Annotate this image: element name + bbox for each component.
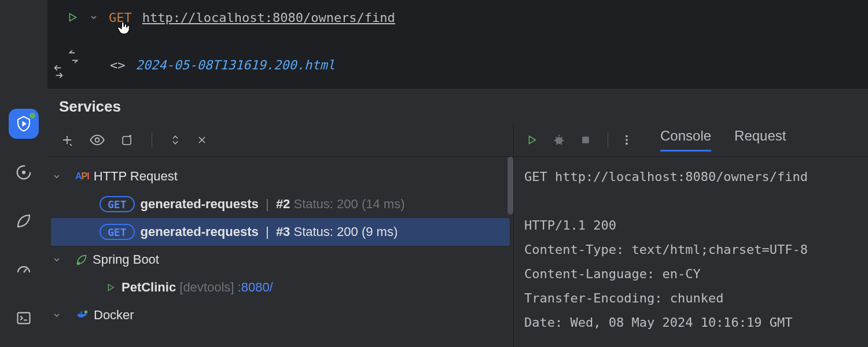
run-toolbar: Console Request [514, 123, 868, 157]
http-method: GET [109, 10, 132, 25]
tool-window-rail [0, 0, 47, 347]
http-url[interactable]: http://localhost:8080/owners/find [142, 10, 395, 25]
svg-point-5 [77, 262, 80, 265]
chevron-down-icon[interactable] [52, 311, 75, 320]
rerun-icon[interactable] [525, 134, 538, 146]
svg-rect-7 [80, 313, 82, 315]
tree-scrollbar[interactable] [507, 157, 513, 215]
close-icon[interactable] [196, 134, 208, 146]
expand-collapse-icon[interactable] [170, 133, 181, 147]
tree-node-http-request[interactable]: API HTTP Request [47, 163, 513, 190]
svg-rect-11 [582, 136, 589, 143]
svg-point-9 [84, 311, 88, 314]
tree-node-request-2[interactable]: GET generated-requests | #2 Status: 200 … [47, 190, 513, 218]
svg-point-1 [22, 171, 25, 174]
rail-endpoints-icon[interactable] [10, 158, 38, 186]
run-request-gutter-icon[interactable] [66, 11, 79, 24]
more-menu-icon[interactable] [624, 134, 629, 146]
chevron-down-icon[interactable] [52, 255, 75, 264]
show-hidden-icon[interactable] [89, 132, 105, 148]
svg-rect-4 [123, 136, 131, 145]
svg-point-14 [626, 142, 628, 145]
rail-terminal-icon[interactable] [10, 304, 38, 332]
angle-brackets-icon: <> [110, 58, 126, 72]
console-output[interactable]: GET http://localhost:8080/owners/find HT… [514, 157, 868, 347]
method-pill: GET [100, 224, 135, 240]
svg-rect-8 [80, 312, 82, 313]
tree-node-request-3[interactable]: GET generated-requests | #3 Status: 200 … [51, 218, 510, 246]
svg-rect-6 [79, 313, 80, 315]
compare-responses-icon[interactable] [66, 50, 81, 80]
stop-icon[interactable] [580, 134, 591, 146]
open-new-tab-icon[interactable] [120, 133, 134, 147]
docker-whale-icon [75, 309, 89, 322]
chevron-down-icon[interactable] [52, 172, 75, 181]
spring-leaf-icon [75, 253, 88, 266]
method-pill: GET [100, 196, 135, 212]
api-icon: API [75, 171, 89, 182]
services-toolbar [47, 123, 513, 157]
svg-rect-2 [18, 313, 30, 324]
svg-point-3 [95, 138, 100, 142]
http-editor[interactable]: GET http://localhost:8080/owners/find <> [47, 0, 868, 90]
chevron-down-icon[interactable] [89, 13, 98, 22]
svg-point-13 [626, 139, 628, 141]
tree-node-petclinic[interactable]: PetClinic [devtools] :8080/ [47, 274, 513, 301]
add-service-icon[interactable] [60, 133, 74, 147]
services-tree[interactable]: API HTTP Request GET generated-requests … [47, 157, 513, 347]
tree-node-spring-boot[interactable]: Spring Boot [47, 246, 513, 274]
rail-services-icon[interactable] [10, 110, 38, 138]
response-file-link[interactable]: 2024-05-08T131619.200.html [136, 58, 335, 72]
services-panel-title: Services [47, 90, 868, 123]
run-icon [105, 282, 116, 293]
tree-node-docker[interactable]: Docker [47, 301, 513, 329]
rail-dashboard-icon[interactable] [10, 256, 38, 283]
svg-point-12 [626, 135, 628, 137]
debug-icon[interactable] [552, 133, 566, 147]
tab-console[interactable]: Console [660, 128, 711, 152]
rail-spring-icon[interactable] [10, 207, 38, 235]
tab-request[interactable]: Request [734, 128, 786, 152]
